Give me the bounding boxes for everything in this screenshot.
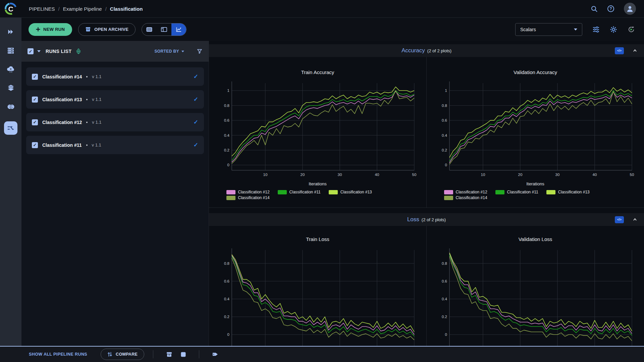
embed-code-button[interactable]: </> [615,216,624,223]
svg-text:0.2: 0.2 [224,148,229,152]
run-row[interactable]: ✓ Classification #13 v 1.1 ✓ [26,90,204,109]
user-icon [626,5,634,12]
svg-text:0.6: 0.6 [224,118,229,122]
chart-title: Train Loss [306,236,329,243]
run-checkbox[interactable]: ✓ [32,142,38,148]
svg-text:0.8: 0.8 [224,261,229,265]
svg-text:0.2: 0.2 [442,148,447,152]
svg-text:50: 50 [630,173,634,177]
chart-title: Validation Accuracy [514,69,557,76]
clearml-logo[interactable]: C [4,2,17,15]
abort-button[interactable] [176,352,190,357]
runs-list: ✓ Classification #14 v 1.1 ✓ ✓ Classific… [21,62,209,160]
select-all-checkbox[interactable]: ✓ [28,48,34,54]
auto-refresh-icon[interactable] [627,25,635,34]
legend-swatch [329,190,338,194]
archive-button[interactable] [162,351,176,358]
run-name: Classification #12 [42,120,82,125]
validation-accuracy-plot[interactable]: 102030405000.20.40.60.81 [435,79,636,180]
open-archive-button[interactable]: OPEN ARCHIVE [78,23,136,36]
svg-text:40: 40 [593,173,597,177]
section-title: Loss [407,216,419,223]
chart-view-button[interactable] [171,23,186,36]
validation-loss-plot[interactable]: 102030405000.20.40.60.8 [435,246,636,360]
run-row[interactable]: ✓ Classification #12 v 1.1 ✓ [26,113,204,131]
collapse-section-button[interactable] [632,217,638,223]
selected-check-icon: ✓ [194,73,198,80]
sorted-by-control[interactable]: SORTED BY [154,49,184,54]
svg-text:C: C [8,5,13,13]
metric-type-dropdown[interactable]: Scalars [515,23,582,36]
dot-separator [86,99,88,100]
selected-check-icon: ✓ [194,141,198,148]
breadcrumb-pipelines[interactable]: PIPELINES [29,6,55,12]
help-icon[interactable]: ? [607,5,614,12]
metric-type-value: Scalars [520,27,536,32]
chevron-down-icon [181,51,184,52]
legend-item[interactable]: Classification #14 [444,195,487,200]
chart-title: Validation Loss [519,236,552,243]
svg-text:20: 20 [301,173,305,177]
section-plot-count: (2 of 2 plots) [427,48,451,53]
compare-button[interactable]: COMPARE [101,349,144,360]
table-view-button[interactable] [142,23,157,36]
svg-text:0.4: 0.4 [442,297,447,301]
new-run-label: NEW RUN [43,27,65,32]
section-header-accuracy[interactable]: Accuracy (2 of 2 plots) </> [209,44,644,57]
select-dropdown-icon[interactable] [37,50,41,52]
legend-label: Classification #14 [238,195,270,200]
section-title: Accuracy [401,47,425,54]
sidebar-item-workers[interactable] [4,44,17,57]
sidebar-item-expand[interactable] [4,25,17,38]
show-all-pipeline-runs-button[interactable]: SHOW ALL PIPELINE RUNS [29,352,87,357]
archive-icon [166,351,172,358]
svg-text:0.8: 0.8 [442,104,447,108]
legend-item[interactable]: Classification #11 [495,190,538,194]
run-row[interactable]: ✓ Classification #14 v 1.1 ✓ [26,67,204,86]
filter-icon[interactable] [197,48,203,54]
legend-item[interactable]: Classification #12 [226,190,270,194]
accuracy-charts-row: Train Accuracy 102030405000.20.40.60.81 … [209,57,644,208]
svg-text:0.8: 0.8 [224,104,229,108]
section-header-loss[interactable]: Loss (2 of 2 plots) </> [209,213,644,226]
legend-item[interactable]: Classification #13 [546,190,590,194]
archive-icon [85,26,91,32]
sidebar-item-datasets[interactable] [4,82,17,94]
run-version: v 1.1 [92,120,101,125]
avatar[interactable] [624,3,636,15]
legend-swatch [444,196,453,200]
train-accuracy-plot[interactable]: 102030405000.20.40.60.81 [217,79,418,180]
legend-item[interactable]: Classification #13 [329,190,372,194]
svg-text:30: 30 [338,173,342,177]
chevron-down-icon [574,28,577,31]
breadcrumb-classification[interactable]: Classification [110,6,143,12]
run-version: v 1.1 [92,142,101,147]
embed-code-button[interactable]: </> [615,47,624,54]
run-row[interactable]: ✓ Classification #11 v 1.1 ✓ [26,136,204,154]
collapse-section-button[interactable] [632,48,638,54]
stop-icon [180,352,186,357]
breadcrumb-separator: / [105,6,107,12]
run-checkbox[interactable]: ✓ [32,97,38,103]
tune-settings-icon[interactable] [592,26,600,33]
row-height-icon[interactable] [75,48,82,54]
legend-item[interactable]: Classification #11 [278,190,321,194]
legend-item[interactable]: Classification #12 [444,190,487,194]
split-view-button[interactable] [157,23,171,36]
divider [153,350,153,358]
view-toggle-group [142,23,186,36]
add-tag-button[interactable] [208,351,222,357]
legend-item[interactable]: Classification #14 [226,195,270,200]
sidebar-item-pipelines[interactable] [4,121,17,135]
new-run-button[interactable]: NEW RUN [29,23,72,36]
gear-icon[interactable] [610,26,617,33]
svg-text:0.4: 0.4 [224,297,230,301]
train-loss-plot[interactable]: 102030405000.20.40.60.8 [217,246,418,360]
search-icon[interactable] [591,5,598,12]
split-view-icon [161,26,167,33]
run-checkbox[interactable]: ✓ [32,119,38,125]
breadcrumb-example-pipeline[interactable]: Example Pipeline [63,6,102,12]
sidebar-item-autoscalers[interactable] [4,63,17,75]
run-checkbox[interactable]: ✓ [32,74,38,80]
sidebar-item-models[interactable] [4,101,17,113]
